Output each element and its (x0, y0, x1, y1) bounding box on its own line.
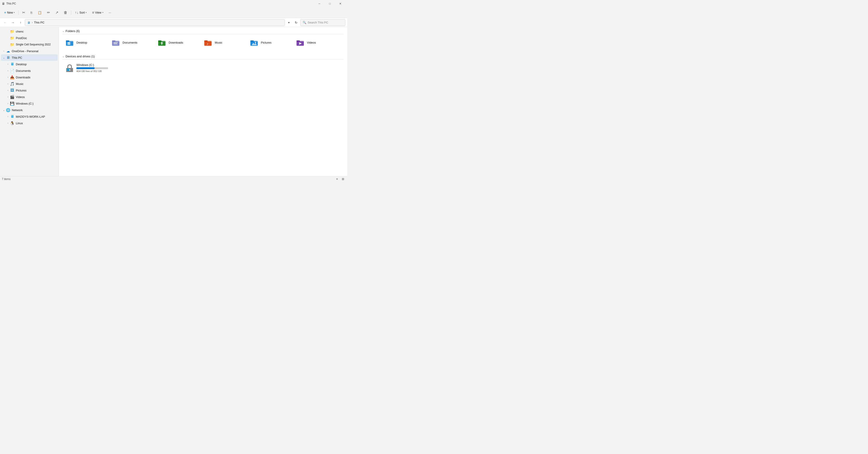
folder-label-downloads: Downloads (168, 41, 183, 44)
drive-item-windowsc[interactable]: Windows (C:) 404 GB free of 952 GB (62, 61, 117, 74)
sidebar-item-label: Documents (16, 69, 31, 72)
sidebar-item-label: Windows (C:) (16, 102, 33, 105)
sidebar-item-label: Videos (16, 95, 25, 99)
status-item-count: 7 items (2, 177, 11, 181)
address-dropdown-button[interactable]: ▾ (286, 20, 292, 26)
folder-item-pictures[interactable]: Pictures (247, 36, 292, 49)
folder-item-music[interactable]: ♪ Music (201, 36, 246, 49)
copy-icon: ⎘ (31, 11, 32, 14)
view-button[interactable]: ≡ View ▾ (90, 8, 105, 17)
sidebar-item-videos[interactable]: › 🎬 Videos (1, 94, 58, 100)
drive-info-windowsc: Windows (C:) 404 GB free of 952 GB (76, 63, 108, 72)
folder-label-videos: Videos (307, 41, 316, 44)
sidebar-item-label: chenc (16, 30, 24, 33)
drives-grid: Windows (C:) 404 GB free of 952 GB (59, 60, 347, 78)
sidebar-item-pictures[interactable]: › 🖼 Pictures (1, 87, 58, 94)
delete-button[interactable]: 🗑 (61, 8, 70, 17)
up-button[interactable]: ↑ (17, 19, 24, 26)
new-chevron-icon: ▾ (14, 11, 15, 13)
sidebar-expand-icon: › (6, 102, 10, 105)
paste-button[interactable]: 📋 (35, 8, 44, 17)
maximize-button[interactable]: □ (324, 0, 335, 7)
status-bar: 7 items ≡ ⊞ (0, 176, 347, 182)
search-icon: 🔍 (303, 21, 306, 24)
close-button[interactable]: ✕ (335, 0, 345, 7)
folders-section-header[interactable]: ⌄ Folders (6) (59, 27, 347, 34)
sidebar-item-thispc[interactable]: ⌄ 🖥 This PC (1, 55, 58, 61)
svg-rect-10 (114, 42, 118, 43)
list-view-button[interactable]: ≡ (335, 177, 340, 182)
toolbar-separator-1 (18, 10, 19, 15)
sidebar-linux-icon: 🐧 (10, 121, 14, 125)
more-label: ··· (109, 11, 111, 14)
svg-rect-28 (297, 40, 300, 41)
folder-item-videos[interactable]: Videos (293, 36, 338, 49)
sidebar-item-chenc[interactable]: 📁 chenc (1, 28, 58, 35)
forward-button[interactable]: → (9, 19, 16, 26)
back-icon: ← (4, 21, 7, 24)
address-right-controls: ▾ ↻ (286, 20, 299, 26)
address-thispc-icon: 🖥 (27, 21, 31, 24)
grid-view-button[interactable]: ⊞ (340, 177, 345, 182)
sidebar-item-desktop[interactable]: › 🖥 Desktop (1, 61, 58, 67)
sidebar-documents-icon: 📄 (10, 68, 14, 73)
svg-rect-5 (68, 43, 69, 45)
share-icon: ↗ (55, 10, 58, 15)
sidebar-item-maddys[interactable]: › 🖥 MADDYS-WORK-LAP (1, 114, 58, 120)
folder-item-downloads[interactable]: Downloads (155, 36, 200, 49)
sidebar-expand-icon: › (2, 50, 6, 52)
toolbar: + New ▾ ✂ ⎘ 📋 ✏ ↗ 🗑 ↑↓ Sort ▾ ≡ View ▾ ·… (0, 7, 347, 18)
new-label: New (7, 11, 13, 14)
minimize-button[interactable]: ─ (314, 0, 324, 7)
sidebar-item-onedrive[interactable]: › ☁ OneDrive - Personal (1, 48, 58, 54)
folder-label-documents: Documents (123, 41, 137, 44)
svg-rect-6 (69, 43, 70, 45)
title-bar: 🖥 This PC ─ □ ✕ (0, 0, 347, 7)
sidebar-item-linux[interactable]: › 🐧 Linux (1, 120, 58, 126)
sidebar-item-network[interactable]: ⌄ 🌐 Network (1, 107, 58, 113)
address-separator-icon: › (32, 21, 33, 24)
sidebar-item-singlecell[interactable]: 📁 Single Cell Sequencing 2022 (1, 41, 58, 48)
new-button[interactable]: + New ▾ (2, 8, 17, 17)
app-icon: 🖥 (2, 2, 5, 5)
sidebar-item-windowsc[interactable]: › 💾 Windows (C:) (1, 100, 58, 107)
refresh-button[interactable]: ↻ (293, 20, 299, 26)
sidebar-item-music[interactable]: › 🎵 Music (1, 80, 58, 87)
sidebar-item-documents[interactable]: › 📄 Documents (1, 68, 58, 74)
folder-icon-music: ♪ (204, 38, 213, 47)
copy-button[interactable]: ⎘ (28, 8, 35, 17)
sidebar-item-postdoc[interactable]: 📁 PostDoc (1, 35, 58, 41)
svg-rect-23 (250, 40, 254, 41)
paste-icon: 📋 (38, 11, 41, 14)
sidebar-music-icon: 🎵 (10, 82, 14, 86)
more-button[interactable]: ··· (106, 8, 114, 17)
sort-icon: ↑↓ (75, 11, 79, 15)
sidebar-scroll: 📁 chenc 📁 PostDoc 📁 Single Cell Sequenci… (0, 28, 59, 175)
drive-bar-fill (76, 67, 94, 69)
share-button[interactable]: ↗ (53, 8, 61, 17)
sidebar-item-label: Network (12, 108, 23, 112)
sort-button[interactable]: ↑↓ Sort ▾ (72, 8, 89, 17)
sidebar-item-downloads[interactable]: › 📥 Downloads (1, 74, 58, 80)
list-view-icon: ≡ (336, 177, 338, 181)
sidebar-thispc-icon: 🖥 (6, 55, 10, 60)
cut-button[interactable]: ✂ (20, 8, 27, 17)
content-area: ⌄ Folders (6) (59, 27, 347, 176)
folder-item-desktop[interactable]: Desktop (62, 36, 107, 49)
rename-button[interactable]: ✏ (45, 8, 52, 17)
sidebar-item-label: MADDYS-WORK-LAP (16, 115, 45, 118)
sidebar-item-label: OneDrive - Personal (12, 50, 38, 53)
title-bar-left: 🖥 This PC (2, 2, 16, 5)
folder-icon-pictures (250, 38, 258, 47)
drive-label: Windows (C:) (76, 63, 108, 67)
folder-item-documents[interactable]: Documents (108, 36, 154, 49)
sidebar-folder-icon: 📁 (10, 29, 14, 34)
folder-icon-downloads (157, 38, 166, 47)
back-button[interactable]: ← (2, 19, 8, 26)
address-box[interactable]: 🖥 › This PC (25, 19, 285, 26)
drives-section-header[interactable]: ⌄ Devices and drives (1) (59, 53, 347, 59)
search-box[interactable]: 🔍 Search This PC (300, 19, 345, 26)
folder-label-music: Music (215, 41, 222, 44)
refresh-icon: ↻ (295, 21, 298, 24)
folders-chevron-icon: ⌄ (62, 30, 64, 32)
